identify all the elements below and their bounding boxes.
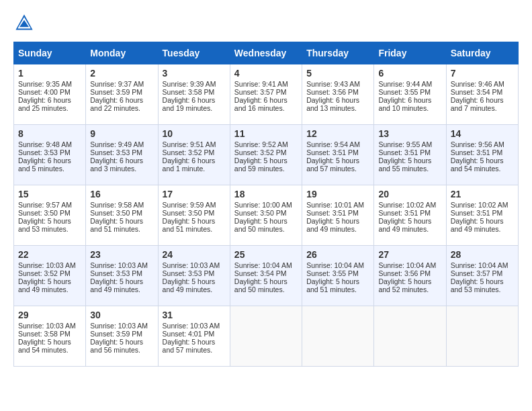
sunrise-text: Sunrise: 10:03 AM xyxy=(90,261,148,269)
logo-icon xyxy=(15,13,34,32)
sunset-text: Sunset: 3:53 PM xyxy=(90,148,142,156)
sunrise-text: Sunrise: 10:02 AM xyxy=(451,201,508,209)
calendar-cell: 23Sunrise: 10:03 AMSunset: 3:53 PMDaylig… xyxy=(86,246,158,306)
calendar-cell: 21Sunrise: 10:02 AMSunset: 3:51 PMDaylig… xyxy=(446,185,518,246)
daylight-text: Daylight: 5 hours and 55 minutes. xyxy=(378,156,431,173)
daylight-text: Daylight: 5 hours and 50 minutes. xyxy=(234,277,287,293)
calendar-cell: 7Sunrise: 9:46 AMSunset: 3:54 PMDaylight… xyxy=(446,64,518,125)
daylight-text: Daylight: 5 hours and 59 minutes. xyxy=(234,156,287,173)
sunset-text: Sunset: 3:53 PM xyxy=(18,148,71,156)
sunset-text: Sunset: 3:59 PM xyxy=(90,330,142,338)
page-header xyxy=(13,13,519,35)
daylight-text: Daylight: 6 hours and 1 minute. xyxy=(163,156,216,173)
day-number: 8 xyxy=(18,128,81,139)
header-friday: Friday xyxy=(374,42,446,64)
daylight-text: Daylight: 6 hours and 7 minutes. xyxy=(451,96,504,112)
day-number: 11 xyxy=(234,128,298,139)
day-number: 27 xyxy=(378,249,441,260)
sunset-text: Sunset: 3:53 PM xyxy=(90,269,142,277)
calendar-week-row: 1Sunrise: 9:35 AMSunset: 4:00 PMDaylight… xyxy=(14,64,519,125)
calendar-cell xyxy=(374,306,446,367)
calendar-cell: 26Sunrise: 10:04 AMSunset: 3:55 PMDaylig… xyxy=(302,246,374,306)
calendar-cell: 6Sunrise: 9:44 AMSunset: 3:55 PMDaylight… xyxy=(374,64,446,125)
calendar-cell: 8Sunrise: 9:48 AMSunset: 3:53 PMDaylight… xyxy=(14,125,86,185)
day-number: 12 xyxy=(306,128,369,139)
sunrise-text: Sunrise: 9:52 AM xyxy=(234,140,288,148)
sunrise-text: Sunrise: 9:51 AM xyxy=(163,140,216,148)
sunset-text: Sunset: 3:56 PM xyxy=(306,88,359,96)
sunset-text: Sunset: 3:58 PM xyxy=(18,330,71,338)
header-tuesday: Tuesday xyxy=(158,42,230,64)
sunset-text: Sunset: 3:51 PM xyxy=(306,209,359,217)
sunrise-text: Sunrise: 9:43 AM xyxy=(306,80,360,88)
sunset-text: Sunset: 3:52 PM xyxy=(163,148,215,156)
day-number: 28 xyxy=(451,249,514,260)
day-number: 25 xyxy=(234,249,298,260)
daylight-text: Daylight: 5 hours and 50 minutes. xyxy=(234,217,287,233)
calendar-cell: 25Sunrise: 10:04 AMSunset: 3:54 PMDaylig… xyxy=(230,246,302,306)
sunrise-text: Sunrise: 9:37 AM xyxy=(90,80,144,88)
sunset-text: Sunset: 3:50 PM xyxy=(163,209,215,217)
calendar-cell: 28Sunrise: 10:04 AMSunset: 3:57 PMDaylig… xyxy=(446,246,518,306)
sunrise-text: Sunrise: 9:46 AM xyxy=(451,80,504,88)
daylight-text: Daylight: 5 hours and 57 minutes. xyxy=(163,338,216,354)
day-number: 31 xyxy=(163,310,226,320)
header-saturday: Saturday xyxy=(446,42,518,64)
sunset-text: Sunset: 3:54 PM xyxy=(234,269,287,277)
day-number: 1 xyxy=(18,68,81,79)
header-monday: Monday xyxy=(86,42,158,64)
sunrise-text: Sunrise: 10:00 AM xyxy=(234,201,292,209)
sunrise-text: Sunrise: 9:58 AM xyxy=(90,201,144,209)
day-number: 2 xyxy=(90,68,153,79)
sunrise-text: Sunrise: 10:02 AM xyxy=(378,201,436,209)
sunset-text: Sunset: 3:50 PM xyxy=(90,209,142,217)
sunrise-text: Sunrise: 10:04 AM xyxy=(234,261,292,269)
sunset-text: Sunset: 3:51 PM xyxy=(378,148,431,156)
calendar-header-row: SundayMondayTuesdayWednesdayThursdayFrid… xyxy=(14,42,519,64)
calendar-cell: 20Sunrise: 10:02 AMSunset: 3:51 PMDaylig… xyxy=(374,185,446,246)
sunset-text: Sunset: 3:58 PM xyxy=(163,88,215,96)
daylight-text: Daylight: 5 hours and 49 minutes. xyxy=(90,277,143,293)
daylight-text: Daylight: 5 hours and 49 minutes. xyxy=(306,217,359,233)
sunrise-text: Sunrise: 10:04 AM xyxy=(378,261,436,269)
sunset-text: Sunset: 4:01 PM xyxy=(163,330,215,338)
daylight-text: Daylight: 5 hours and 53 minutes. xyxy=(451,277,504,293)
sunrise-text: Sunrise: 9:41 AM xyxy=(234,80,288,88)
daylight-text: Daylight: 6 hours and 13 minutes. xyxy=(306,96,359,112)
sunset-text: Sunset: 3:55 PM xyxy=(306,269,359,277)
sunrise-text: Sunrise: 9:54 AM xyxy=(306,140,360,148)
calendar-week-row: 22Sunrise: 10:03 AMSunset: 3:52 PMDaylig… xyxy=(14,246,519,306)
daylight-text: Daylight: 6 hours and 22 minutes. xyxy=(90,96,143,112)
sunrise-text: Sunrise: 9:56 AM xyxy=(451,140,504,148)
day-number: 14 xyxy=(451,128,514,139)
header-sunday: Sunday xyxy=(14,42,86,64)
calendar-week-row: 29Sunrise: 10:03 AMSunset: 3:58 PMDaylig… xyxy=(14,306,519,367)
calendar-cell: 9Sunrise: 9:49 AMSunset: 3:53 PMDaylight… xyxy=(86,125,158,185)
sunset-text: Sunset: 3:51 PM xyxy=(378,209,431,217)
daylight-text: Daylight: 5 hours and 51 minutes. xyxy=(306,277,359,293)
calendar-cell: 11Sunrise: 9:52 AMSunset: 3:52 PMDayligh… xyxy=(230,125,302,185)
sunset-text: Sunset: 3:50 PM xyxy=(234,209,287,217)
daylight-text: Daylight: 6 hours and 25 minutes. xyxy=(18,96,71,112)
day-number: 9 xyxy=(90,128,153,139)
calendar-cell: 27Sunrise: 10:04 AMSunset: 3:56 PMDaylig… xyxy=(374,246,446,306)
sunset-text: Sunset: 3:55 PM xyxy=(378,88,431,96)
sunrise-text: Sunrise: 9:39 AM xyxy=(163,80,216,88)
day-number: 29 xyxy=(18,310,81,320)
day-number: 10 xyxy=(163,128,226,139)
calendar-cell xyxy=(446,306,518,367)
sunrise-text: Sunrise: 9:48 AM xyxy=(18,140,72,148)
calendar-cell: 29Sunrise: 10:03 AMSunset: 3:58 PMDaylig… xyxy=(14,306,86,367)
daylight-text: Daylight: 5 hours and 54 minutes. xyxy=(451,156,504,173)
sunrise-text: Sunrise: 9:59 AM xyxy=(163,201,216,209)
day-number: 21 xyxy=(451,189,514,199)
daylight-text: Daylight: 5 hours and 57 minutes. xyxy=(306,156,359,173)
calendar-cell: 5Sunrise: 9:43 AMSunset: 3:56 PMDaylight… xyxy=(302,64,374,125)
calendar-cell: 14Sunrise: 9:56 AMSunset: 3:51 PMDayligh… xyxy=(446,125,518,185)
sunset-text: Sunset: 3:52 PM xyxy=(18,269,71,277)
calendar-cell xyxy=(302,306,374,367)
sunrise-text: Sunrise: 10:03 AM xyxy=(18,261,76,269)
sunrise-text: Sunrise: 10:04 AM xyxy=(451,261,508,269)
day-number: 26 xyxy=(306,249,369,260)
sunset-text: Sunset: 3:51 PM xyxy=(306,148,359,156)
